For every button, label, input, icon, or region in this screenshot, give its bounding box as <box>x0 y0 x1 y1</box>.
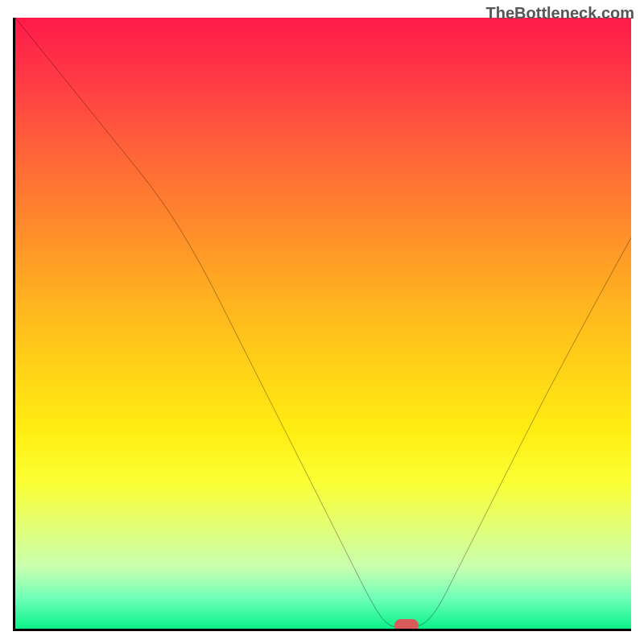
bottleneck-curve-path <box>15 18 631 629</box>
optimal-marker <box>394 619 419 631</box>
bottleneck-curve-svg <box>15 18 631 629</box>
attribution-text: TheBottleneck.com <box>486 4 634 23</box>
bottleneck-chart <box>13 18 631 631</box>
